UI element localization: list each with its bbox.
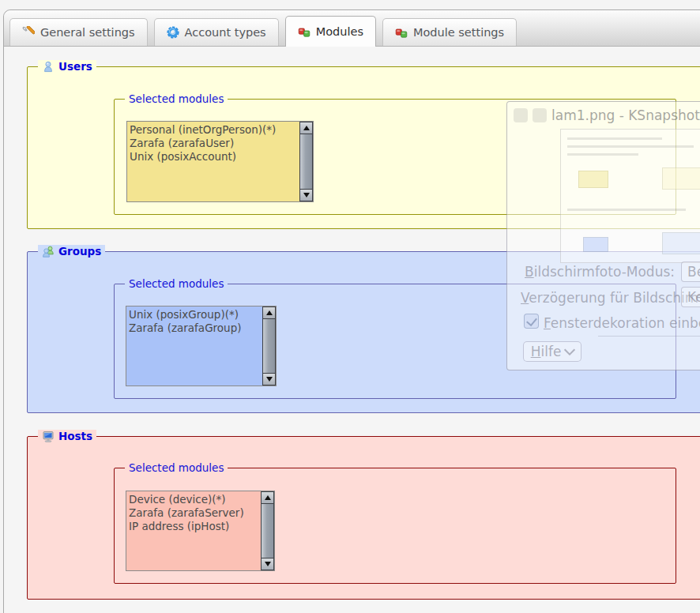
hosts-legend: Hosts	[38, 430, 96, 443]
list-item[interactable]: Unix (posixGroup)(*)	[129, 308, 260, 322]
scrollbar[interactable]	[262, 306, 276, 385]
scrollbar[interactable]	[299, 122, 313, 201]
list-item[interactable]: IP address (ipHost)	[129, 520, 258, 533]
list-item[interactable]: Personal (inetOrgPerson)(*)	[130, 123, 297, 137]
scroll-up-icon[interactable]	[262, 306, 276, 319]
scrollbar-thumb[interactable]	[261, 503, 274, 558]
tab-bar: General settings Account types	[4, 10, 700, 47]
tab-modules[interactable]: Modules	[285, 16, 376, 47]
tab-label: Account types	[185, 26, 266, 39]
users-selected-modules-legend: Selected modules	[125, 92, 228, 106]
scrollbar-thumb[interactable]	[262, 318, 276, 374]
scroll-down-icon[interactable]	[299, 189, 313, 201]
gear-icon	[167, 26, 179, 39]
group-icon	[42, 246, 55, 258]
scroll-down-icon[interactable]	[262, 373, 276, 385]
list-item[interactable]: Zarafa (zarafaUser)	[130, 137, 297, 150]
tab-module-settings[interactable]: Module settings	[382, 18, 517, 46]
scrollbar-thumb[interactable]	[299, 134, 313, 190]
users-legend-label: Users	[58, 60, 92, 73]
list-item[interactable]: Unix (posixAccount)	[130, 150, 297, 164]
groups-legend-label: Groups	[58, 245, 101, 258]
host-icon	[42, 431, 55, 443]
tab-account-types[interactable]: Account types	[154, 18, 279, 46]
scroll-up-icon[interactable]	[261, 491, 274, 504]
hosts-legend-label: Hosts	[58, 430, 92, 443]
tab-label: General settings	[40, 26, 135, 39]
scrollbar[interactable]	[261, 491, 274, 570]
groups-modules-listbox[interactable]: Unix (posixGroup)(*) Zarafa (zarafaGroup…	[126, 306, 277, 386]
hosts-modules-listbox[interactable]: Device (device)(*) Zarafa (zarafaServer)…	[126, 491, 275, 571]
list-item[interactable]: Device (device)(*)	[129, 493, 258, 506]
tab-general-settings[interactable]: General settings	[9, 18, 148, 46]
modules-icon	[298, 25, 310, 38]
scroll-up-icon[interactable]	[299, 122, 313, 134]
tab-label: Module settings	[413, 26, 504, 39]
users-modules-listbox[interactable]: Personal (inetOrgPerson)(*) Zarafa (zara…	[126, 121, 314, 202]
wrench-icon	[22, 26, 35, 39]
list-item[interactable]: Zarafa (zarafaGroup)	[129, 322, 260, 335]
user-icon	[42, 61, 55, 73]
hosts-selected-modules-legend: Selected modules	[125, 461, 228, 475]
modules-icon	[395, 26, 408, 39]
users-legend: Users	[38, 60, 96, 73]
tab-label: Modules	[316, 25, 363, 38]
scroll-down-icon[interactable]	[261, 558, 274, 570]
groups-selected-modules-legend: Selected modules	[125, 277, 228, 291]
list-item[interactable]: Zarafa (zarafaServer)	[129, 506, 258, 520]
groups-legend: Groups	[38, 245, 105, 258]
